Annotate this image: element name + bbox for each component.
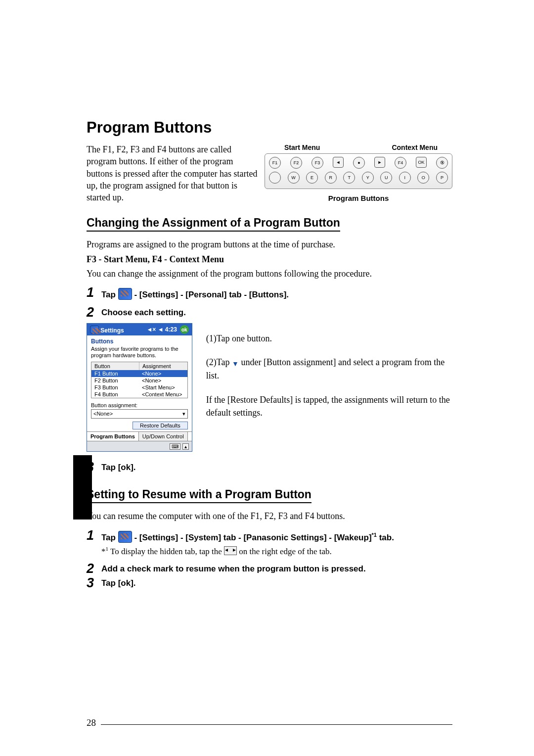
footnote-asterisk: *	[101, 546, 106, 556]
s2-step1-text: - [Settings] - [System] tab - [Panasonic…	[134, 533, 371, 542]
device-key: O	[417, 172, 429, 184]
section2-p1: You can resume the computer with one of …	[87, 510, 452, 522]
callouts: (1)Tap one button. (2)Tap ▼ under [Butto…	[192, 323, 452, 430]
screenshot-title: Settings	[100, 327, 124, 334]
settings-screenshot: Settings ◄× ◄ 4:23 ok Buttons Assign you…	[87, 323, 192, 452]
device-caption: Program Buttons	[265, 194, 452, 202]
step1-prefix: Tap	[101, 290, 118, 299]
step-1: 1 Tap - [Settings] - [Personal] tab - [B…	[87, 286, 452, 300]
device-label-context-menu: Context Menu	[392, 143, 438, 151]
device-right-button: ►	[374, 157, 385, 168]
section1-p2: F3 - Start Menu, F4 - Context Menu	[87, 253, 452, 266]
step-number: 3	[87, 576, 101, 590]
device-key: T	[343, 172, 355, 184]
device-f2-button: F2	[290, 157, 302, 169]
table-row: F4 Button <Context Menu>	[91, 391, 187, 398]
device-f3-button: F3	[312, 157, 323, 169]
step1-text: - [Settings] - [Personal] tab - [Buttons…	[134, 290, 289, 299]
step-number: 3	[87, 461, 101, 474]
table-row: F3 Button <Start Menu>	[91, 384, 187, 391]
device-key	[269, 172, 281, 184]
footnote-ref: *1	[372, 532, 377, 538]
device-ok-button: OK	[416, 157, 427, 168]
footnote-mid: To display the hidden tab, tap the	[108, 546, 224, 556]
col-assignment: Assignment	[139, 362, 174, 370]
device-key: I	[399, 172, 411, 184]
screenshot-desc: Assign your favorite programs to the pro…	[87, 346, 192, 362]
device-label-start-menu: Start Menu	[284, 143, 320, 151]
s2-step3-text: Tap [ok].	[101, 576, 136, 588]
page-content: Program Buttons The F1, F2, F3 and F4 bu…	[87, 119, 452, 591]
section1-p1: Programs are assigned to the program but…	[87, 238, 452, 251]
tab-updown-control: Up/Down Control	[139, 432, 188, 441]
step2-text: Choose each setting.	[101, 306, 186, 318]
device-key: E	[306, 172, 318, 184]
device-f4-button: F4	[395, 157, 406, 169]
step-2: 2 Choose each setting.	[87, 306, 452, 319]
section1-p3: You can change the assignment of the pro…	[87, 268, 452, 280]
page-title: Program Buttons	[87, 119, 452, 137]
s2-step1-prefix: Tap	[101, 533, 118, 542]
col-button: Button	[91, 362, 139, 370]
device-diagram: F1 F2 F3 ◄ ● ► F4 OK ⦿ W E R T Y	[265, 153, 452, 189]
step3-text: Tap [ok].	[101, 461, 136, 472]
callout-2: (2)Tap ▼ under [Button assignment] and s…	[206, 356, 452, 382]
footer-rule	[101, 724, 452, 725]
chevron-down-icon: ▾	[182, 411, 185, 417]
section-heading-changing: Changing the Assignment of a Program But…	[87, 216, 340, 232]
s2-step-2: 2 Add a check mark to resume when the pr…	[87, 562, 452, 575]
tab-scroll-icon	[224, 546, 237, 555]
device-key: Y	[362, 172, 374, 184]
device-key: P	[436, 172, 448, 184]
start-menu-icon	[90, 326, 99, 333]
step-3: 3 Tap [ok].	[87, 461, 452, 474]
s2-step-1: 1 Tap - [Settings] - [System] tab - [Pan…	[87, 529, 452, 557]
s2-step1-suffix: tab.	[377, 533, 394, 542]
device-power-button: ⦿	[436, 157, 448, 169]
device-figure: Start Menu Context Menu F1 F2 F3 ◄ ● ► F…	[260, 143, 452, 202]
s2-step-3: 3 Tap [ok].	[87, 576, 452, 590]
chevron-up-icon: ▴	[182, 443, 189, 450]
section-heading-resume: Setting to Resume with a Program Button	[87, 488, 312, 503]
device-key: U	[380, 172, 392, 184]
callout-1: (1)Tap one button.	[206, 332, 452, 345]
table-row: F1 Button <None>	[91, 370, 187, 377]
start-menu-icon	[118, 288, 132, 300]
sip-bar: ⌨▴	[87, 441, 192, 451]
buttons-table: Button Assignment F1 Button <None> F2 Bu…	[91, 362, 188, 398]
footnote-end: on the right edge of the tab.	[237, 546, 332, 556]
step-number: 1	[87, 286, 101, 299]
device-center-button: ●	[353, 157, 365, 169]
device-left-button: ◄	[333, 157, 344, 168]
device-key: R	[325, 172, 337, 184]
device-key: W	[288, 172, 300, 184]
ok-icon: ok	[180, 325, 189, 334]
callout-3: If the [Restore Defaults] is tapped, the…	[206, 393, 452, 419]
page-footer: 28	[87, 717, 452, 728]
restore-defaults-button: Restore Defaults	[133, 422, 188, 429]
step-number: 2	[87, 306, 101, 319]
button-assignment-field: <None> ▾	[91, 409, 188, 419]
dropdown-arrow-icon: ▼	[232, 359, 239, 369]
button-assignment-label: Button assignment:	[87, 398, 192, 409]
step-number: 2	[87, 562, 101, 575]
tab-program-buttons: Program Buttons	[87, 432, 139, 441]
screenshot-clock: ◄× ◄ 4:23	[146, 326, 177, 333]
s2-step2-text: Add a check mark to resume when the prog…	[101, 562, 366, 574]
page-number: 28	[87, 717, 101, 728]
intro-paragraph: The F1, F2, F3 and F4 buttons are called…	[87, 143, 260, 203]
keyboard-icon: ⌨	[170, 443, 180, 450]
device-f1-button: F1	[269, 157, 281, 169]
screenshot-subtitle: Buttons	[87, 335, 192, 346]
table-row: F2 Button <None>	[91, 377, 187, 384]
start-menu-icon	[118, 531, 132, 543]
step-number: 1	[87, 529, 101, 542]
